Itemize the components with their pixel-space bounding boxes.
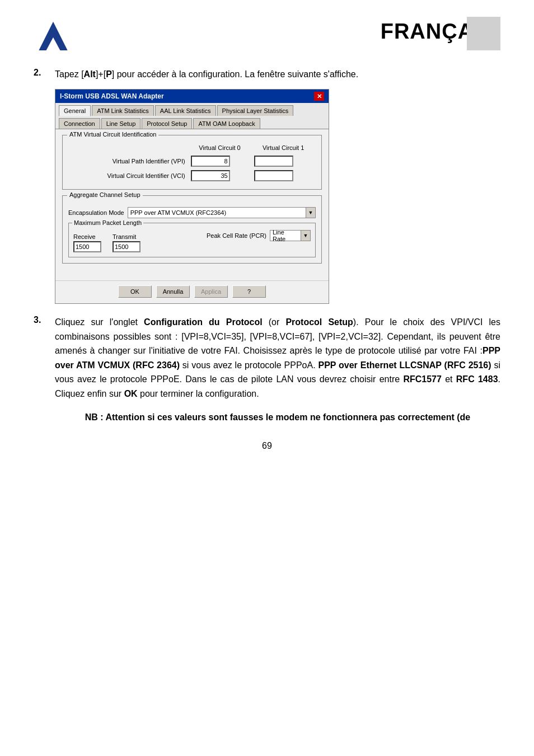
encap-combo: PPP over ATM VCMUX (RFC2364) ▼: [128, 207, 316, 218]
tab-protocol-setup[interactable]: Protocol Setup: [142, 118, 192, 129]
tab-general[interactable]: General: [59, 105, 91, 116]
corner-decoration: [467, 17, 500, 50]
encap-dropdown-btn[interactable]: ▼: [306, 207, 316, 218]
apply-button[interactable]: Applica: [194, 285, 228, 298]
step2-number: 2.: [34, 68, 47, 81]
vpi-vc1-input[interactable]: [254, 156, 293, 167]
dialog-window: I-Storm USB ADSL WAN Adapter ✕ General A…: [55, 89, 329, 304]
vci-table: Virtual Circuit 0 Virtual Circuit 1 Virt…: [68, 143, 316, 184]
logo-icon: [34, 17, 73, 56]
header: FRANÇAIS: [34, 17, 500, 58]
encap-mode-value[interactable]: PPP over ATM VCMUX (RFC2364): [128, 207, 306, 218]
transmit-header: Transmit: [113, 233, 140, 240]
dialog-close-button[interactable]: ✕: [314, 92, 324, 101]
atm-vci-group: ATM Virtual Circuit Identification Virtu…: [62, 135, 322, 190]
packet-input-row: [73, 241, 140, 252]
vci-vc1-input[interactable]: [254, 170, 293, 181]
receive-input[interactable]: [73, 241, 101, 252]
step3-block: 3. Cliquez sur l'onglet Configuration du…: [34, 315, 500, 401]
tab-atm-oam[interactable]: ATM OAM Loopback: [193, 118, 260, 129]
tab-aal-link-stats[interactable]: AAL Link Statistics: [155, 105, 216, 116]
vci-row: Virtual Circuit Identifier (VCI): [69, 169, 315, 182]
step2-text: Tapez [Alt]+[P] pour accéder à la config…: [55, 68, 358, 81]
atm-vci-label: ATM Virtual Circuit Identification: [67, 131, 158, 138]
aggregate-channel-label: Aggregate Channel Setup: [67, 191, 143, 198]
pcr-value[interactable]: Line Rate: [270, 230, 301, 241]
vc1-header: Virtual Circuit 1: [252, 144, 315, 153]
encap-mode-label: Encapsulation Mode: [68, 209, 124, 216]
nb-text: NB : Attention si ces valeurs sont fauss…: [85, 412, 470, 422]
ok-button[interactable]: OK: [118, 285, 152, 298]
dialog-body: ATM Virtual Circuit Identification Virtu…: [55, 129, 329, 275]
vc0-header: Virtual Circuit 0: [189, 144, 251, 153]
max-packet-group: Maximum Packet Length Receive Transmit: [68, 223, 316, 257]
page-number: 69: [34, 441, 500, 451]
transmit-input[interactable]: [113, 241, 140, 252]
cancel-button[interactable]: Annulla: [156, 285, 190, 298]
aggregate-channel-group: Aggregate Channel Setup Encapsulation Mo…: [62, 195, 322, 264]
vci-label: Virtual Circuit Identifier (VCI): [69, 169, 188, 182]
pcr-row: Peak Cell Rate (PCR) Line Rate ▼: [207, 230, 311, 241]
step3-text: Cliquez sur l'onglet Configuration du Pr…: [55, 315, 500, 401]
tab-physical-layer[interactable]: Physical Layer Statistics: [217, 105, 294, 116]
receive-header: Receive: [73, 233, 101, 240]
tab-atm-link-stats[interactable]: ATM Link Statistics: [92, 105, 154, 116]
pcr-dropdown-btn[interactable]: ▼: [301, 230, 311, 241]
dialog-footer: OK Annulla Applica ?: [55, 280, 329, 303]
dialog-wrapper: I-Storm USB ADSL WAN Adapter ✕ General A…: [55, 89, 500, 304]
vpi-row: Virtual Path Identifier (VPI): [69, 154, 315, 168]
step3-number: 3.: [34, 315, 47, 401]
encap-row: Encapsulation Mode PPP over ATM VCMUX (R…: [68, 207, 316, 218]
nb-block: NB : Attention si ces valeurs sont fauss…: [55, 410, 500, 425]
pcr-label: Peak Cell Rate (PCR): [207, 232, 266, 239]
dialog-title: I-Storm USB ADSL WAN Adapter: [60, 92, 164, 100]
tab-line-setup[interactable]: Line Setup: [101, 118, 141, 129]
vpi-vc0-input[interactable]: [191, 156, 230, 167]
packet-col-headers: Receive Transmit: [73, 233, 140, 240]
vci-vc0-input[interactable]: [191, 170, 230, 181]
help-button[interactable]: ?: [232, 285, 266, 298]
tab-connection[interactable]: Connection: [59, 118, 100, 129]
step2-block: 2. Tapez [Alt]+[P] pour accéder à la con…: [34, 68, 500, 81]
dialog-titlebar: I-Storm USB ADSL WAN Adapter ✕: [55, 90, 329, 103]
pcr-combo: Line Rate ▼: [270, 230, 311, 241]
dialog-tabs: General ATM Link Statistics AAL Link Sta…: [55, 103, 329, 129]
max-packet-label: Maximum Packet Length: [72, 219, 143, 226]
vpi-label: Virtual Path Identifier (VPI): [69, 154, 188, 168]
logo: [34, 17, 78, 58]
